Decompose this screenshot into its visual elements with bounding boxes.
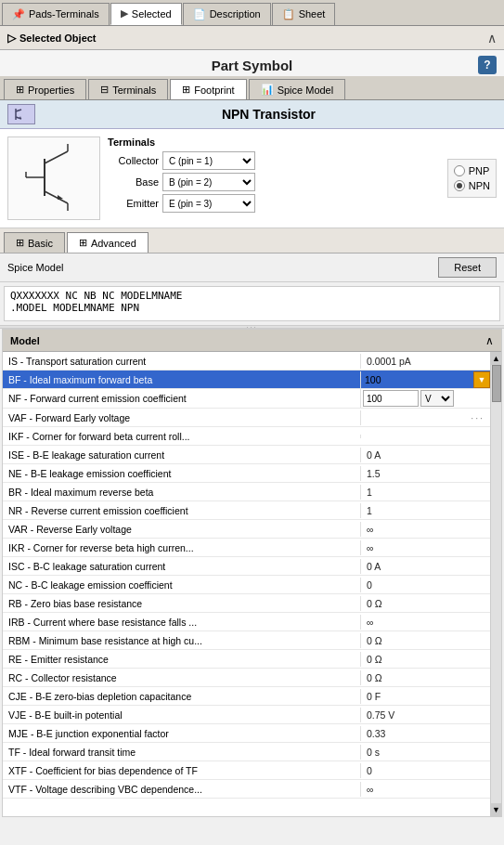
table-row[interactable]: VAF - Forward Early voltage··· <box>3 409 490 427</box>
reset-button[interactable]: Reset <box>438 257 497 278</box>
table-row[interactable]: IRB - Current where base resistance fall… <box>3 613 490 631</box>
tab-pads-terminals[interactable]: 📌 Pads-Terminals <box>2 3 110 25</box>
tab-footprint-label: Footprint <box>194 84 234 96</box>
model-row-value: ∞ <box>360 522 490 537</box>
collapse-button[interactable]: ∧ <box>487 31 497 46</box>
table-row[interactable]: RC - Collector resistance0 Ω <box>3 669 490 687</box>
model-row-value: 0 Ω <box>360 633 490 648</box>
base-label: Base <box>108 176 159 188</box>
model-row-value: 0.0001 pA <box>360 354 490 369</box>
tab-description[interactable]: 📄 Description <box>183 3 271 25</box>
model-row-name: CJE - B-E zero-bias depletion capacitanc… <box>3 689 360 704</box>
table-row[interactable]: ISE - B-E leakage saturation current0 A <box>3 446 490 464</box>
tab-basic[interactable]: ⊞ Basic <box>4 232 65 253</box>
npn-radio-row[interactable]: NPN <box>454 180 490 191</box>
panel-title: Part Symbol <box>26 58 478 73</box>
tab-selected[interactable]: ▶ Selected <box>110 3 182 25</box>
model-row-name: NC - B-C leakage emission coefficient <box>3 578 360 592</box>
model-table-container: IS - Transport saturation current0.0001 … <box>3 352 501 816</box>
table-row[interactable]: BR - Ideal maximum reverse beta1 <box>3 483 490 501</box>
tab-spice-label: Spice Model <box>278 84 334 96</box>
model-row-value: ∞ <box>360 782 490 797</box>
spice-model-label: Spice Model <box>7 262 64 273</box>
dropdown-arrow-icon[interactable]: ▼ <box>473 371 490 388</box>
selected-object-icon: ▷ <box>7 32 16 45</box>
component-icon <box>7 104 35 124</box>
netlist-line-2: .MODEL MODELMNAME NPN <box>10 302 494 314</box>
model-row-value: 1.5 <box>360 466 490 481</box>
svg-marker-8 <box>58 195 63 200</box>
table-row[interactable]: BF - Ideal maximum forward beta100▼ <box>3 370 490 389</box>
model-row-value: ∞ <box>360 615 490 630</box>
model-value-input[interactable] <box>363 390 419 407</box>
table-row[interactable]: NC - B-C leakage emission coefficient0 <box>3 576 490 594</box>
tab-spice-model[interactable]: 📊 Spice Model <box>249 79 346 99</box>
model-row-name: NE - B-E leakage emission coefficient <box>3 466 360 481</box>
table-row[interactable]: RE - Emitter resistance0 Ω <box>3 650 490 669</box>
transistor-symbol <box>17 140 91 216</box>
model-row-value: 0 Ω <box>360 670 490 685</box>
model-collapse-button[interactable]: ∧ <box>485 334 494 347</box>
model-row-value: 1 <box>360 485 490 500</box>
emitter-select[interactable]: E (pin = 3) <box>162 194 255 213</box>
base-select[interactable]: B (pin = 2) <box>162 173 255 191</box>
table-row[interactable]: ISC - B-C leakage saturation current0 A <box>3 557 490 576</box>
description-tab-icon: 📄 <box>193 8 206 20</box>
scroll-thumb[interactable] <box>492 365 501 402</box>
tab-basic-label: Basic <box>28 238 53 249</box>
table-row[interactable]: MJE - B-E junction exponential factor0.3… <box>3 724 490 743</box>
table-row[interactable]: VAR - Reverse Early voltage∞ <box>3 520 490 539</box>
tab-sheet[interactable]: 📋 Sheet <box>272 3 336 25</box>
npn-radio[interactable] <box>454 180 465 191</box>
transistor-symbol-box <box>7 136 100 220</box>
model-table: IS - Transport saturation current0.0001 … <box>3 352 490 816</box>
model-row-name: VAF - Forward Early voltage <box>3 410 360 425</box>
tab-description-label: Description <box>210 8 261 20</box>
model-row-name: IS - Transport saturation current <box>3 354 360 369</box>
scrollbar[interactable]: ▲ ▼ <box>490 352 501 816</box>
model-row-name: TF - Ideal forward transit time <box>3 745 360 760</box>
table-row[interactable]: XTF - Coefficient for bias dependence of… <box>3 761 490 780</box>
svg-line-7 <box>45 191 68 203</box>
model-row-name: MJE - B-E junction exponential factor <box>3 726 360 741</box>
table-row[interactable]: NE - B-E leakage emission coefficient1.5 <box>3 464 490 483</box>
spice-icon: 📊 <box>261 84 274 96</box>
tab-footprint[interactable]: ⊞ Footprint <box>170 79 246 99</box>
table-row[interactable]: TF - Ideal forward transit time0 s <box>3 743 490 761</box>
pnp-radio-row[interactable]: PNP <box>454 165 490 176</box>
table-row[interactable]: VJE - B-E built-in potential0.75 V <box>3 706 490 724</box>
tab-terminals[interactable]: ⊟ Terminals <box>88 79 168 99</box>
model-row-name: NR - Reverse current emission coefficien… <box>3 503 360 518</box>
help-button[interactable]: ? <box>478 56 497 74</box>
table-row[interactable]: IKR - Corner for reverse beta high curre… <box>3 539 490 557</box>
npn-label: NPN <box>469 180 490 191</box>
pnp-radio[interactable] <box>454 165 465 176</box>
terminal-collector-row: Collector C (pin = 1) <box>108 151 440 170</box>
tab-sheet-label: Sheet <box>299 8 326 20</box>
svg-line-6 <box>45 151 68 163</box>
model-row-name: BF - Ideal maximum forward beta <box>3 372 360 387</box>
table-row[interactable]: NF - Forward current emission coefficien… <box>3 389 490 409</box>
unit-select[interactable]: V <box>420 390 454 407</box>
table-row[interactable]: IS - Transport saturation current0.0001 … <box>3 352 490 370</box>
table-row[interactable]: RB - Zero bias base resistance0 Ω <box>3 594 490 613</box>
selected-tab-icon: ▶ <box>121 7 128 20</box>
table-row[interactable]: VTF - Voltage describing VBC dependence.… <box>3 780 490 799</box>
tab-advanced[interactable]: ⊞ Advanced <box>67 232 149 253</box>
table-row[interactable]: RBM - Minimum base resistance at high cu… <box>3 631 490 650</box>
model-row-name: RBM - Minimum base resistance at high cu… <box>3 633 360 648</box>
component-title: NPN Transistor <box>41 107 497 122</box>
pnp-label: PNP <box>469 165 490 176</box>
table-row[interactable]: NR - Reverse current emission coefficien… <box>3 501 490 520</box>
model-row-value[interactable]: V <box>360 389 490 408</box>
model-row-name: RC - Collector resistance <box>3 670 360 685</box>
table-row[interactable]: IKF - Corner for forward beta current ro… <box>3 427 490 446</box>
tab-properties[interactable]: ⊞ Properties <box>4 79 86 99</box>
table-row[interactable]: CJE - B-E zero-bias depletion capacitanc… <box>3 687 490 706</box>
model-row-value: 0 Ω <box>360 652 490 667</box>
dropdown-value-input[interactable]: 100 <box>361 374 473 385</box>
model-row-name: ISC - B-C leakage saturation current <box>3 559 360 574</box>
collector-select[interactable]: C (pin = 1) <box>162 151 255 170</box>
emitter-label: Emitter <box>108 198 159 209</box>
model-row-value[interactable]: 100▼ <box>360 371 490 388</box>
